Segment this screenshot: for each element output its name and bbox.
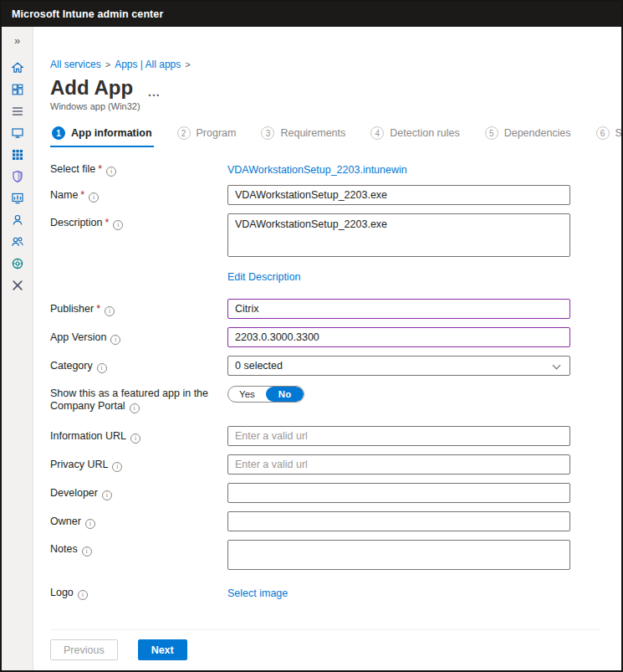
info-icon[interactable] bbox=[130, 403, 140, 413]
breadcrumb-apps-all-apps[interactable]: Apps | All apps bbox=[115, 59, 181, 70]
tab-dependencies[interactable]: 5 Dependencies bbox=[483, 125, 573, 147]
previous-button[interactable]: Previous bbox=[50, 639, 118, 660]
app-version-input[interactable] bbox=[227, 327, 570, 347]
owner-label: Owner bbox=[50, 515, 227, 529]
information-url-input[interactable] bbox=[227, 426, 570, 446]
required-marker: * bbox=[98, 163, 102, 175]
home-icon[interactable] bbox=[6, 57, 29, 79]
sidebar-expand-icon[interactable] bbox=[14, 32, 20, 50]
more-options-button[interactable]: ... bbox=[148, 85, 161, 100]
tab-supersedence[interactable]: 6 Supersedence bbox=[595, 125, 621, 147]
step-number-badge: 5 bbox=[485, 126, 498, 140]
edit-description-link[interactable]: Edit Description bbox=[227, 271, 301, 283]
apps-icon[interactable] bbox=[6, 144, 29, 166]
developer-input[interactable] bbox=[227, 483, 570, 503]
left-nav-sidebar bbox=[2, 27, 33, 670]
step-number-badge: 1 bbox=[52, 126, 65, 140]
info-icon[interactable] bbox=[110, 335, 120, 345]
step-number-badge: 4 bbox=[370, 126, 384, 140]
step-number-badge: 2 bbox=[177, 126, 191, 140]
owner-input[interactable] bbox=[227, 511, 570, 531]
breadcrumb-separator: > bbox=[185, 59, 190, 69]
logo-label: Logo bbox=[50, 586, 227, 600]
dashboard-icon[interactable] bbox=[6, 79, 29, 100]
info-icon[interactable] bbox=[105, 306, 115, 316]
select-file-label: Select file* bbox=[50, 162, 227, 177]
privacy-url-label: Privacy URL bbox=[50, 458, 227, 472]
description-row: Description* VDAWorkstationSetup_2203.ex… bbox=[50, 213, 600, 260]
step-number-badge: 3 bbox=[261, 126, 274, 140]
endpoint-security-icon[interactable] bbox=[6, 166, 29, 187]
devices-icon[interactable] bbox=[6, 122, 29, 144]
owner-row: Owner bbox=[50, 511, 600, 531]
tab-label: Program bbox=[197, 127, 237, 139]
all-services-icon[interactable] bbox=[6, 100, 29, 122]
reports-icon[interactable] bbox=[6, 187, 29, 209]
toggle-option-yes[interactable]: Yes bbox=[228, 387, 266, 402]
information-url-label: Information URL bbox=[50, 429, 227, 444]
tab-label: Dependencies bbox=[504, 127, 571, 139]
required-marker: * bbox=[80, 189, 84, 201]
info-icon[interactable] bbox=[102, 490, 112, 500]
selected-file-link[interactable]: VDAWorkstationSetup_2203.intunewin bbox=[227, 164, 407, 176]
notes-textarea[interactable] bbox=[227, 540, 570, 570]
category-dropdown[interactable]: 0 selected bbox=[227, 356, 570, 376]
tab-requirements[interactable]: 3 Requirements bbox=[259, 125, 347, 147]
shell: All services>Apps | All apps> Add App ..… bbox=[2, 27, 621, 670]
toggle-option-no[interactable]: No bbox=[266, 387, 304, 402]
publisher-label: Publisher* bbox=[50, 302, 227, 316]
next-button[interactable]: Next bbox=[138, 639, 187, 660]
tab-label: Detection rules bbox=[390, 127, 459, 139]
select-image-link[interactable]: Select image bbox=[227, 587, 288, 599]
top-bar: Microsoft Intune admin center bbox=[2, 2, 621, 27]
app-version-label: App Version bbox=[50, 331, 227, 345]
tab-program[interactable]: 2 Program bbox=[176, 125, 238, 147]
tab-detection-rules[interactable]: 4 Detection rules bbox=[369, 125, 461, 147]
breadcrumb: All services>Apps | All apps> bbox=[50, 59, 600, 70]
tenant-administration-icon[interactable] bbox=[6, 253, 29, 274]
select-file-row: Select file* VDAWorkstationSetup_2203.in… bbox=[50, 162, 600, 177]
app-information-form: Select file* VDAWorkstationSetup_2203.in… bbox=[50, 162, 600, 600]
info-icon[interactable] bbox=[113, 220, 123, 230]
chevron-down-icon bbox=[553, 362, 561, 370]
edit-description-row: Edit Description bbox=[50, 269, 600, 284]
notes-row: Notes bbox=[50, 540, 600, 573]
featured-app-toggle[interactable]: Yes No bbox=[227, 386, 304, 403]
featured-app-row: Show this as a featured app in the Compa… bbox=[50, 384, 600, 413]
notes-label: Notes bbox=[50, 540, 227, 557]
info-icon[interactable] bbox=[82, 546, 92, 557]
featured-app-label: Show this as a featured app in the Compa… bbox=[50, 384, 227, 413]
publisher-input[interactable] bbox=[227, 299, 570, 319]
name-row: Name* bbox=[50, 185, 600, 205]
description-textarea[interactable]: VDAWorkstationSetup_2203.exe bbox=[227, 213, 570, 257]
developer-label: Developer bbox=[50, 486, 227, 500]
required-marker: * bbox=[105, 217, 110, 228]
info-icon[interactable] bbox=[112, 462, 122, 472]
users-icon[interactable] bbox=[6, 209, 29, 231]
wizard-steps: 1 App information 2 Program 3 Requiremen… bbox=[50, 125, 600, 147]
app-title: Microsoft Intune admin center bbox=[12, 8, 163, 20]
wizard-footer: Previous Next bbox=[50, 629, 600, 660]
name-input[interactable] bbox=[227, 185, 570, 205]
breadcrumb-all-services[interactable]: All services bbox=[50, 59, 101, 70]
category-label: Category bbox=[50, 359, 227, 373]
info-icon[interactable] bbox=[78, 590, 88, 600]
privacy-url-input[interactable] bbox=[227, 454, 570, 475]
description-label: Description* bbox=[50, 213, 227, 230]
page-title: Add App bbox=[50, 76, 133, 100]
tab-label: App information bbox=[71, 127, 152, 139]
logo-row: Logo Select image bbox=[50, 585, 600, 600]
troubleshooting-support-icon[interactable] bbox=[6, 274, 29, 296]
publisher-row: Publisher* bbox=[50, 299, 600, 319]
developer-row: Developer bbox=[50, 483, 600, 503]
name-label: Name* bbox=[50, 188, 227, 203]
tab-app-information[interactable]: 1 App information bbox=[50, 125, 154, 147]
info-icon[interactable] bbox=[97, 363, 107, 373]
info-icon[interactable] bbox=[85, 519, 95, 529]
info-icon[interactable] bbox=[89, 192, 99, 203]
tab-label: Supersedence bbox=[615, 127, 621, 139]
info-icon[interactable] bbox=[106, 167, 116, 177]
page-subtitle: Windows app (Win32) bbox=[50, 101, 600, 111]
info-icon[interactable] bbox=[130, 433, 140, 444]
groups-icon[interactable] bbox=[6, 231, 29, 253]
